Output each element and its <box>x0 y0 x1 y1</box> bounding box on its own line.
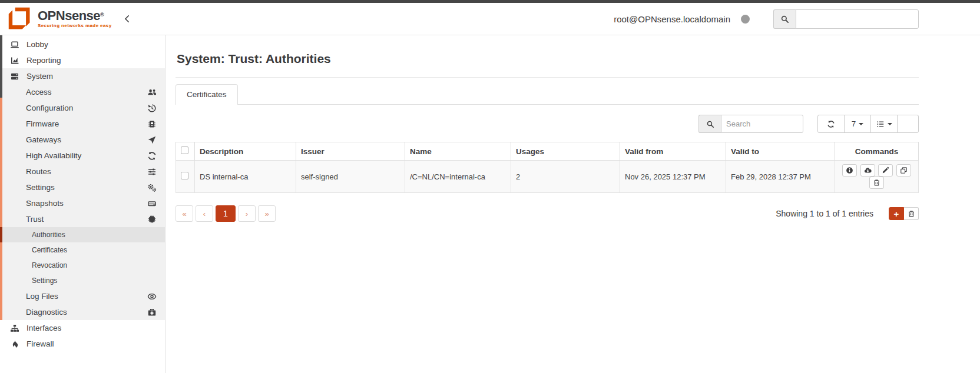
column-header-usages[interactable]: Usages <box>511 142 620 161</box>
info-button[interactable] <box>842 164 857 176</box>
header-search-group <box>773 9 919 29</box>
delete-button[interactable] <box>869 176 884 189</box>
users-icon <box>147 88 157 97</box>
sidebar-item-system[interactable]: System <box>2 68 165 84</box>
hdd-icon <box>147 199 157 208</box>
page-size-value: 7 <box>852 119 856 128</box>
sidebar-item-reporting[interactable]: Reporting <box>0 52 165 68</box>
cell-valid-to: Feb 29, 2028 12:37 PM <box>726 161 835 193</box>
sidebar-item-label: Certificates <box>32 246 67 254</box>
certificate-icon <box>147 215 157 224</box>
sidebar-item-trust[interactable]: Trust <box>2 211 165 227</box>
area-chart-icon <box>9 56 20 65</box>
sidebar-item-label: Firmware <box>26 119 59 128</box>
chevron-left-icon <box>122 14 132 24</box>
sidebar-item-label: Snapshots <box>26 199 64 208</box>
brand-name: OPNsense <box>38 8 100 23</box>
sidebar-item-lobby[interactable]: Lobby <box>0 36 165 52</box>
cell-valid-from: Nov 26, 2025 12:37 PM <box>620 161 726 193</box>
grid-button-group: 7 <box>817 115 919 133</box>
refresh-icon <box>147 151 157 161</box>
server-icon <box>9 72 20 81</box>
page-size-select[interactable]: 7 <box>844 115 871 133</box>
sidebar-item-configuration[interactable]: Configuration <box>2 100 165 116</box>
select-all-cell <box>176 142 195 161</box>
menu-collapse-button[interactable] <box>121 13 133 25</box>
row-checkbox[interactable] <box>181 172 188 179</box>
authorities-table: Description Issuer Name Usages Valid fro… <box>176 142 919 193</box>
sidebar-item-label: Reporting <box>27 56 61 65</box>
clone-button[interactable] <box>896 164 911 176</box>
sidebar-item-log-files[interactable]: Log Files <box>2 288 165 304</box>
column-header-description[interactable]: Description <box>195 142 296 161</box>
sidebar-item-label: Log Files <box>26 292 58 301</box>
page-title: System: Trust: Authorities <box>177 52 919 66</box>
sidebar-item-firmware[interactable]: Firmware <box>2 116 165 132</box>
sidebar-item-label: Configuration <box>26 104 73 112</box>
header-right: root@OPNsense.localdomain <box>614 9 919 29</box>
sidebar-item-certificates[interactable]: Certificates <box>2 242 165 258</box>
column-header-name[interactable]: Name <box>405 142 511 161</box>
sidebar-item-revocation[interactable]: Revocation <box>2 258 165 273</box>
pencil-icon <box>882 166 889 174</box>
cell-issuer: self-signed <box>296 161 405 193</box>
status-dot <box>741 15 750 24</box>
search-icon <box>698 115 721 133</box>
pagination-last-button[interactable]: » <box>258 205 276 222</box>
sidebar-item-label: Settings <box>26 183 55 192</box>
sidebar-item-label: Gateways <box>26 135 61 144</box>
sidebar-item-firewall[interactable]: Firewall <box>0 336 165 352</box>
sidebar-item-routes[interactable]: Routes <box>2 164 165 179</box>
toolbar-spacer-button[interactable] <box>897 115 919 133</box>
sidebar-item-label: System <box>27 72 53 81</box>
sidebar-item-high-availability[interactable]: High Availability <box>2 148 165 164</box>
grid-search-input[interactable] <box>721 115 803 133</box>
sidebar-item-gateways[interactable]: Gateways <box>2 132 165 148</box>
tab-certificates[interactable]: Certificates <box>176 84 238 105</box>
clone-icon <box>900 166 908 174</box>
sidebar-item-access[interactable]: Access <box>2 84 165 100</box>
sidebar-item-label: Interfaces <box>27 324 61 332</box>
cogs-icon <box>147 183 157 192</box>
cell-commands <box>835 161 919 193</box>
sidebar-item-snapshots[interactable]: Snapshots <box>2 195 165 211</box>
pagination-first-button[interactable]: « <box>176 205 193 222</box>
medkit-icon <box>147 308 157 317</box>
history-icon <box>147 104 157 113</box>
edit-button[interactable] <box>878 164 893 176</box>
sidebar-item-label: Firewall <box>27 339 54 348</box>
search-icon <box>773 9 796 29</box>
sidebar: Lobby Reporting System Access <box>0 35 165 373</box>
header-search-input[interactable] <box>796 9 919 29</box>
cell-name: /C=NL/CN=internal-ca <box>405 161 511 193</box>
cloud-download-icon <box>864 166 872 174</box>
sidebar-scrollbar-thumb[interactable] <box>0 35 2 98</box>
pagination-prev-button[interactable]: ‹ <box>196 205 213 222</box>
firmware-icon <box>147 119 157 129</box>
sidebar-item-settings[interactable]: Settings <box>2 179 165 195</box>
brand-text: OPNsense® Securing networks made easy <box>38 9 112 28</box>
select-all-checkbox[interactable] <box>181 146 188 154</box>
brand[interactable]: OPNsense® Securing networks made easy <box>7 6 133 32</box>
tab-label: Certificates <box>187 90 227 99</box>
column-header-issuer[interactable]: Issuer <box>296 142 405 161</box>
pagination-next-button[interactable]: › <box>238 205 256 222</box>
sidebar-item-interfaces[interactable]: Interfaces <box>0 320 165 336</box>
download-button[interactable] <box>860 164 875 176</box>
sidebar-item-diagnostics[interactable]: Diagnostics <box>2 304 165 320</box>
column-select-button[interactable] <box>870 115 898 133</box>
column-header-valid-to[interactable]: Valid to <box>726 142 835 161</box>
sidebar-item-authorities[interactable]: Authorities <box>0 227 165 242</box>
refresh-icon <box>827 120 835 128</box>
add-button[interactable]: + <box>889 207 904 220</box>
brand-tagline: Securing networks made easy <box>38 24 112 28</box>
sidebar-item-trust-settings[interactable]: Settings <box>2 273 165 288</box>
pagination-page-1-button[interactable]: 1 <box>216 205 236 222</box>
delete-selected-button[interactable] <box>904 207 919 220</box>
column-header-valid-from[interactable]: Valid from <box>620 142 726 161</box>
table-header-row: Description Issuer Name Usages Valid fro… <box>176 142 919 161</box>
refresh-button[interactable] <box>817 115 845 133</box>
pagination-row: « ‹ 1 › » Showing 1 to 1 of 1 entries + <box>176 205 919 222</box>
cell-description: DS internal-ca <box>195 161 296 193</box>
tab-bar: Certificates <box>176 84 919 105</box>
